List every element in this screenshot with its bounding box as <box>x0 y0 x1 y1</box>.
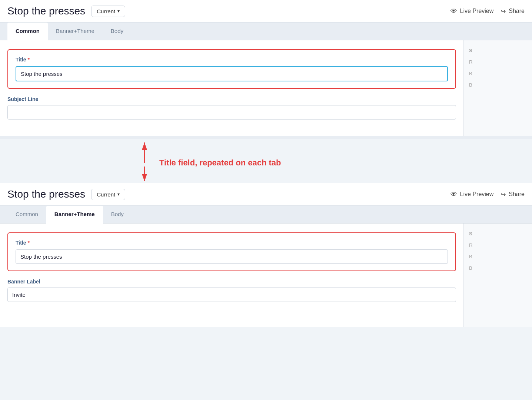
banner-label-section: Banner Label <box>7 279 456 302</box>
share-label-1: Share <box>509 8 525 14</box>
tab-common-1[interactable]: Common <box>7 23 48 40</box>
panel1-title: Stop the presses <box>7 5 85 17</box>
panel1-sidebar: S R B B <box>463 40 532 136</box>
chevron-down-icon-1: ▾ <box>117 9 120 14</box>
panel2-header: Stop the presses Current ▾ 👁 Live Previe… <box>0 183 532 206</box>
panel1-content-row: Title * Subject Line S R B B <box>0 40 532 136</box>
share-button-2[interactable]: ↪ Share <box>501 191 525 198</box>
live-preview-label-1: Live Preview <box>460 8 494 14</box>
sidebar-s-label: S <box>469 48 527 53</box>
subject-label: Subject Line <box>7 96 456 102</box>
title-label-1: Title * <box>16 57 448 63</box>
current-dropdown-1[interactable]: Current ▾ <box>91 6 125 17</box>
panel2: Stop the presses Current ▾ 👁 Live Previe… <box>0 183 532 327</box>
share-button-1[interactable]: ↪ Share <box>501 8 525 15</box>
tab-body-2[interactable]: Body <box>103 206 132 223</box>
tabs-1: Common Banner+Theme Body <box>0 23 532 40</box>
share-label-2: Share <box>509 191 525 198</box>
subject-section: Subject Line <box>7 96 456 120</box>
banner-label-input[interactable] <box>7 288 456 302</box>
live-preview-button-1[interactable]: 👁 Live Preview <box>450 7 494 15</box>
subject-line-input[interactable] <box>7 105 456 120</box>
banner-label-heading: Banner Label <box>7 279 456 285</box>
sidebar-b2-2-label: B <box>469 265 527 271</box>
page: Stop the presses Current ▾ 👁 Live Previe… <box>0 0 532 400</box>
required-star-1: * <box>28 57 30 63</box>
title-input-2[interactable] <box>16 249 448 264</box>
required-star-2: * <box>28 240 30 246</box>
svg-text:Title field, repeated on each : Title field, repeated on each tab <box>159 158 281 167</box>
panel1-main: Title * Subject Line <box>0 40 463 136</box>
sidebar-b1-label: B <box>469 71 527 76</box>
sidebar-b2-label: B <box>469 82 527 88</box>
sidebar-s-2-label: S <box>469 231 527 236</box>
tabs-2: Common Banner+Theme Body <box>0 206 532 223</box>
live-preview-button-2[interactable]: 👁 Live Preview <box>450 191 494 198</box>
header-right-2: 👁 Live Preview ↪ Share <box>450 191 525 198</box>
annotation-svg: Title field, repeated on each tab <box>0 139 532 183</box>
current-dropdown-2[interactable]: Current ▾ <box>91 189 125 200</box>
panel2-title: Stop the presses <box>7 188 85 200</box>
annotation-area: Title field, repeated on each tab <box>0 139 532 183</box>
chevron-down-icon-2: ▾ <box>117 192 120 197</box>
share-icon-1: ↪ <box>501 8 506 15</box>
eye-icon-1: 👁 <box>450 7 457 15</box>
panel2-content-row: Title * Banner Label S R B B <box>0 223 532 327</box>
sidebar-r-label: R <box>469 59 527 65</box>
share-icon-2: ↪ <box>501 191 506 198</box>
panel2-main: Title * Banner Label <box>0 223 463 327</box>
title-form-section-2: Title * <box>7 232 456 271</box>
sidebar-r-2-label: R <box>469 242 527 248</box>
eye-icon-2: 👁 <box>450 191 457 198</box>
tab-banner-theme-1[interactable]: Banner+Theme <box>48 23 103 40</box>
title-label-2: Title * <box>16 240 448 246</box>
header-right-1: 👁 Live Preview ↪ Share <box>450 7 525 15</box>
panel1-header: Stop the presses Current ▾ 👁 Live Previe… <box>0 0 532 23</box>
live-preview-label-2: Live Preview <box>460 191 494 198</box>
tab-banner-theme-2[interactable]: Banner+Theme <box>46 206 103 223</box>
panel2-sidebar: S R B B <box>463 223 532 327</box>
current-dropdown-label-1: Current <box>97 8 115 14</box>
tab-body-1[interactable]: Body <box>103 23 132 40</box>
current-dropdown-label-2: Current <box>97 191 115 198</box>
title-input-1[interactable] <box>16 66 448 81</box>
title-form-section-1: Title * <box>7 49 456 89</box>
sidebar-b1-2-label: B <box>469 254 527 259</box>
tab-common-2[interactable]: Common <box>7 206 46 223</box>
